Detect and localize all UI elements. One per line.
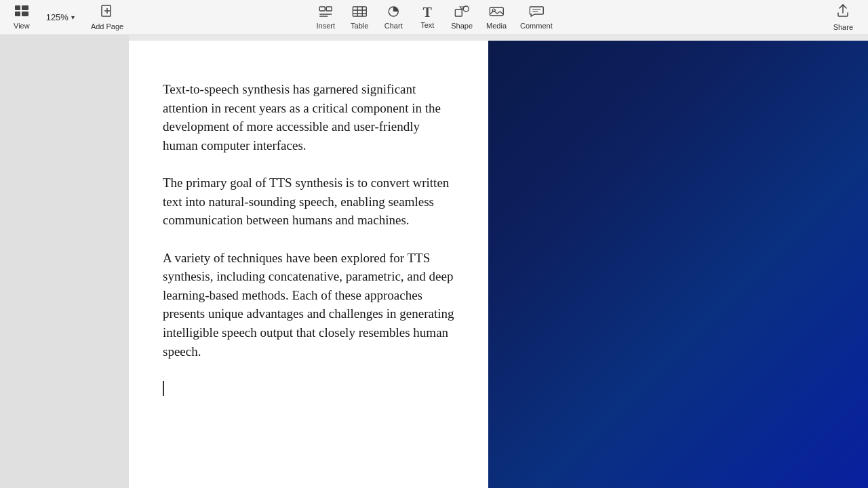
add-page-button[interactable]: Add Page <box>85 2 129 33</box>
text-cursor <box>163 381 164 396</box>
paragraph-2: The primary goal of TTS synthesis is to … <box>163 174 454 230</box>
text-content: Text-to-speech synthesis has garnered si… <box>163 80 454 418</box>
svg-rect-21 <box>490 7 503 16</box>
view-label: View <box>14 22 30 30</box>
toolbar-center: Insert Table <box>309 3 559 33</box>
toolbar-right: Share <box>827 1 860 34</box>
svg-rect-7 <box>319 7 325 11</box>
media-icon <box>489 5 504 20</box>
document-page[interactable]: Text-to-speech synthesis has garnered si… <box>129 41 868 488</box>
table-button[interactable]: Table <box>342 3 376 33</box>
chart-label: Chart <box>384 22 403 30</box>
main-area: Text-to-speech synthesis has garnered si… <box>0 35 868 488</box>
table-label: Table <box>351 22 368 30</box>
insert-label: Insert <box>316 22 335 30</box>
toolbar-left: View 125% ▾ Add Page <box>8 2 129 33</box>
shape-label: Shape <box>451 22 473 30</box>
paragraph-3: A variety of techniques have been explor… <box>163 249 454 361</box>
svg-rect-8 <box>326 7 332 11</box>
svg-rect-0 <box>15 5 20 10</box>
waveform-background <box>488 41 868 488</box>
canvas-area: Text-to-speech synthesis has garnered si… <box>129 35 868 488</box>
zoom-value: 125% <box>46 12 68 22</box>
zoom-button[interactable]: 125% ▾ <box>41 9 80 25</box>
table-icon <box>352 5 367 20</box>
chart-button[interactable]: Chart <box>376 3 410 33</box>
svg-rect-18 <box>455 9 462 16</box>
share-label: Share <box>833 23 853 31</box>
add-page-icon <box>100 5 114 20</box>
chart-icon <box>386 5 401 20</box>
svg-rect-3 <box>22 12 28 16</box>
svg-rect-11 <box>353 7 366 16</box>
media-button[interactable]: Media <box>479 3 513 33</box>
insert-icon <box>318 5 333 20</box>
shape-icon <box>454 5 469 20</box>
comment-button[interactable]: Comment <box>513 3 559 33</box>
svg-rect-2 <box>15 12 20 16</box>
share-icon <box>837 4 849 21</box>
add-page-label: Add Page <box>91 22 123 30</box>
paragraph-1: Text-to-speech synthesis has garnered si… <box>163 80 454 155</box>
view-button[interactable]: View <box>8 3 35 33</box>
insert-button[interactable]: Insert <box>309 3 342 33</box>
comment-label: Comment <box>520 22 553 30</box>
sidebar <box>0 35 129 488</box>
share-button[interactable]: Share <box>827 1 860 34</box>
chevron-down-icon: ▾ <box>71 14 75 21</box>
text-icon: T <box>423 5 432 19</box>
waveform-overlay <box>488 41 868 488</box>
svg-rect-1 <box>22 5 28 10</box>
text-button[interactable]: T Text <box>410 3 444 32</box>
toolbar: View 125% ▾ Add Page <box>0 0 868 35</box>
text-label: Text <box>420 21 434 29</box>
view-icon <box>15 5 28 20</box>
paragraph-4 <box>163 380 454 399</box>
comment-icon <box>529 5 544 20</box>
shape-button[interactable]: Shape <box>444 3 479 33</box>
media-label: Media <box>486 22 507 30</box>
